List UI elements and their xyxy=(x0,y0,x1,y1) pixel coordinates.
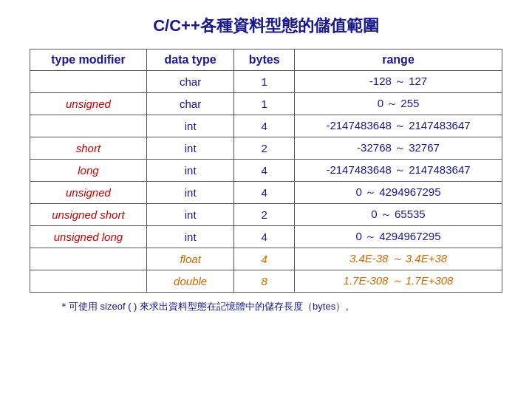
cell-modifier: unsigned short xyxy=(30,204,147,226)
cell-modifier: unsigned long xyxy=(30,226,147,248)
cell-datatype: char xyxy=(146,71,234,93)
cell-range: -32768 ～ 32767 xyxy=(295,137,502,160)
cell-modifier: unsigned xyxy=(30,182,147,204)
table-row: unsigned longint40 ～ 4294967295 xyxy=(30,226,502,248)
cell-range: -2147483648 ～ 2147483647 xyxy=(295,160,502,182)
cell-modifier xyxy=(30,71,147,93)
cell-bytes: 4 xyxy=(234,182,295,204)
cell-modifier xyxy=(30,115,147,137)
cell-bytes: 4 xyxy=(234,248,295,270)
cell-bytes: 4 xyxy=(234,160,295,182)
cell-bytes: 4 xyxy=(234,115,295,137)
col-header-modifier: type modifier xyxy=(30,50,147,71)
cell-modifier xyxy=(30,248,147,270)
cell-datatype: int xyxy=(146,204,234,226)
cell-modifier: unsigned xyxy=(30,93,147,115)
table-row: double81.7E-308 ～ 1.7E+308 xyxy=(30,270,502,293)
cell-range: 0 ～ 255 xyxy=(295,93,502,115)
cell-range: 3.4E-38 ～ 3.4E+38 xyxy=(295,248,502,270)
table-row: longint4-2147483648 ～ 2147483647 xyxy=(30,160,502,182)
col-header-bytes: bytes xyxy=(234,50,295,71)
table-row: unsignedint40 ～ 4294967295 xyxy=(30,182,502,204)
col-header-range: range xyxy=(295,50,502,71)
cell-modifier: short xyxy=(30,137,147,160)
cell-bytes: 2 xyxy=(234,204,295,226)
table-row: char1-128 ～ 127 xyxy=(30,71,502,93)
footer-note: ＊可使用 sizeof ( ) 來求出資料型態在記憶體中的儲存長度（bytes）… xyxy=(30,300,355,313)
cell-bytes: 4 xyxy=(234,226,295,248)
data-table: type modifier data type bytes range char… xyxy=(30,49,502,293)
cell-datatype: int xyxy=(146,182,234,204)
page-title: C/C++各種資料型態的儲值範圍 xyxy=(153,15,379,37)
cell-datatype: double xyxy=(146,270,234,293)
cell-datatype: int xyxy=(146,115,234,137)
cell-range: 1.7E-308 ～ 1.7E+308 xyxy=(295,270,502,293)
cell-range: -128 ～ 127 xyxy=(295,71,502,93)
col-header-datatype: data type xyxy=(146,50,234,71)
cell-modifier xyxy=(30,270,147,293)
cell-datatype: float xyxy=(146,248,234,270)
cell-bytes: 1 xyxy=(234,71,295,93)
cell-datatype: int xyxy=(146,160,234,182)
cell-range: 0 ～ 65535 xyxy=(295,204,502,226)
cell-datatype: int xyxy=(146,137,234,160)
table-row: unsignedchar10 ～ 255 xyxy=(30,93,502,115)
table-row: unsigned shortint20 ～ 65535 xyxy=(30,204,502,226)
table-row: int4-2147483648 ～ 2147483647 xyxy=(30,115,502,137)
cell-bytes: 2 xyxy=(234,137,295,160)
cell-bytes: 8 xyxy=(234,270,295,293)
cell-modifier: long xyxy=(30,160,147,182)
cell-range: 0 ～ 4294967295 xyxy=(295,182,502,204)
table-row: shortint2-32768 ～ 32767 xyxy=(30,137,502,160)
table-row: float43.4E-38 ～ 3.4E+38 xyxy=(30,248,502,270)
cell-range: 0 ～ 4294967295 xyxy=(295,226,502,248)
cell-range: -2147483648 ～ 2147483647 xyxy=(295,115,502,137)
cell-bytes: 1 xyxy=(234,93,295,115)
cell-datatype: char xyxy=(146,93,234,115)
cell-datatype: int xyxy=(146,226,234,248)
